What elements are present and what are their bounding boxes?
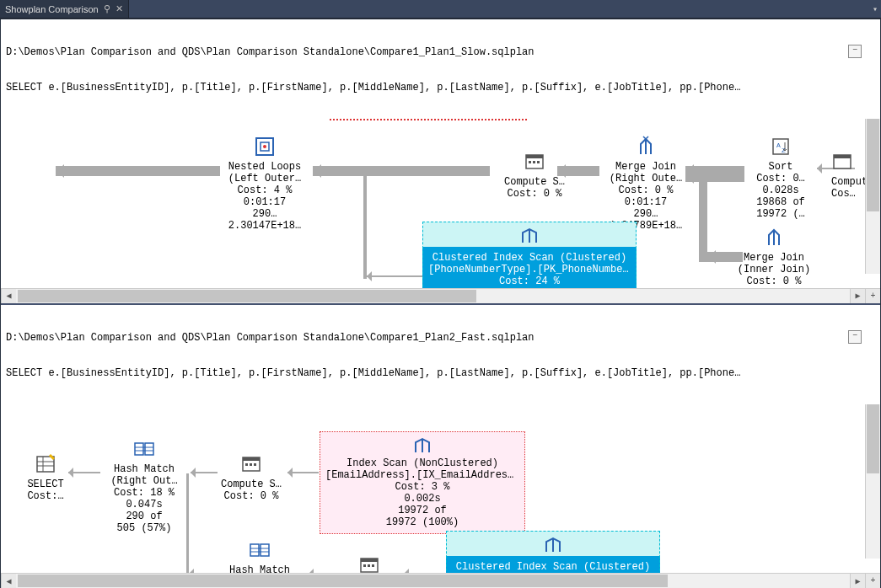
plan-query-text: SELECT e.[BusinessEntityID], p.[Title], … <box>6 367 875 379</box>
offscreen-node-peek <box>330 119 527 120</box>
svg-rect-3 <box>526 155 543 158</box>
plan-canvas-top[interactable]: Nested Loops (Left Outer… Cost: 4 % 0:01… <box>1 119 880 288</box>
plan-header-top: D:\Demos\Plan Comparison and QDS\Plan Co… <box>1 19 880 119</box>
scrollbar-thumb[interactable] <box>867 119 879 211</box>
zoom-add-button[interactable]: + <box>865 289 880 303</box>
operator-sublabel: (Inner Join) <box>728 264 820 275</box>
scroll-left-icon[interactable]: ◀ <box>1 574 16 588</box>
horizontal-scrollbar[interactable]: ◀ ▶ + <box>1 573 880 588</box>
operator-stat: 505 (57%) <box>98 522 191 534</box>
operator-stat: 0:01:17 <box>599 196 692 208</box>
operator-stat: 19972 of <box>325 505 519 516</box>
plan-canvas-bottom[interactable]: SELECT Cost:… Hash Match (Right Out… Cos… <box>1 404 880 574</box>
operator-label: Index Scan (NonClustered) <box>325 457 519 469</box>
select-icon <box>35 453 56 475</box>
operator-clustered-index-scan-body[interactable]: Clustered Index Scan (Clustered) [PhoneN… <box>446 556 660 574</box>
svg-rect-5 <box>533 161 535 163</box>
svg-rect-25 <box>250 544 259 556</box>
window-dropdown-icon[interactable]: ▾ <box>869 0 881 18</box>
scrollbar-thumb[interactable] <box>18 575 668 587</box>
connector-arrow <box>685 172 744 182</box>
operator-label: Clustered Index Scan (Clustered) <box>428 252 631 264</box>
sort-icon: AZ <box>770 136 792 158</box>
operator-label: Sort <box>743 161 819 173</box>
connector-arrow <box>56 166 220 176</box>
operator-stat: 0.047s <box>98 499 191 510</box>
operator-merge-join-inner[interactable]: Merge Join (Inner Join) Cost: 0 % 0:01:1… <box>728 227 820 288</box>
vertical-scrollbar[interactable] <box>865 404 880 559</box>
svg-rect-31 <box>363 564 366 567</box>
index-scan-icon <box>411 437 434 454</box>
tab-showplan-comparison[interactable]: Showplan Comparison ⚲ ✕ <box>0 0 129 18</box>
pin-icon[interactable]: ⚲ <box>104 3 110 14</box>
operator-stat: 0:01:17 <box>728 287 820 288</box>
operator-select[interactable]: SELECT Cost:… <box>16 453 75 502</box>
operator-clustered-index-scan-body[interactable]: Clustered Index Scan (Clustered) [PhoneN… <box>422 247 637 288</box>
operator-sublabel: (Left Outer… <box>218 173 311 184</box>
operator-label: SELECT <box>16 478 75 490</box>
scrollbar-thumb[interactable] <box>867 404 879 474</box>
compute-scalar-icon <box>831 151 853 173</box>
nested-loops-icon <box>254 136 276 158</box>
scroll-left-icon[interactable]: ◀ <box>1 289 16 303</box>
scroll-right-icon[interactable]: ▶ <box>850 574 865 588</box>
operator-stat: Cost: 0… <box>743 173 819 184</box>
svg-rect-24 <box>254 463 256 466</box>
connector-arrow <box>404 573 446 574</box>
scrollbar-thumb[interactable] <box>18 290 476 302</box>
svg-rect-26 <box>261 544 269 556</box>
operator-label: Merge Join <box>599 161 692 173</box>
operator-stat: Cost: 0 % <box>213 490 289 502</box>
connector-arrow <box>367 275 422 277</box>
svg-rect-23 <box>250 463 252 466</box>
operator-stat: 0:01:17 <box>218 196 311 208</box>
operator-sublabel: [PhoneNumberType].[PK_PhoneNumberTy… <box>428 264 631 275</box>
operator-hash-match[interactable]: Hash Match (Right Out… Cost: 0 % 0.034s … <box>213 539 306 574</box>
operator-label: Clustered Index Scan (Clustered) <box>452 561 654 573</box>
operator-sublabel: (Right Oute… <box>599 173 692 184</box>
svg-rect-32 <box>368 564 370 567</box>
operator-stat: Cost: 18 % <box>98 487 191 499</box>
operator-stat: Cost: 0 % <box>488 188 581 200</box>
operator-sublabel: [PhoneNumberType].[PK_PhoneNumberTy… <box>452 573 654 574</box>
operator-stat: 19868 of <box>743 196 819 208</box>
operator-nested-loops[interactable]: Nested Loops (Left Outer… Cost: 4 % 0:01… <box>218 136 311 232</box>
operator-stat: 0.005s <box>428 287 631 288</box>
vertical-scrollbar[interactable] <box>865 119 880 274</box>
operator-stat: 290… <box>218 208 311 220</box>
connector-arrow <box>287 472 319 473</box>
operator-stat: 290… <box>599 208 692 220</box>
operator-compute-scalar[interactable]: Compute S… Cost: 0 % <box>331 554 407 574</box>
svg-rect-17 <box>145 443 153 455</box>
operator-label: Nested Loops <box>218 161 311 173</box>
operator-label: Merge Join <box>728 252 820 264</box>
connector-arrow <box>313 166 490 176</box>
operator-label: Hash Match <box>98 463 191 475</box>
operator-stat: 0.002s <box>325 493 519 505</box>
svg-rect-12 <box>37 457 54 472</box>
operator-sort[interactable]: AZ Sort Cost: 0… 0.028s 19868 of 19972 (… <box>743 136 819 220</box>
plan-file-path: D:\Demos\Plan Comparison and QDS\Plan Co… <box>6 332 875 344</box>
compute-scalar-icon <box>358 554 380 574</box>
horizontal-scrollbar[interactable]: ◀ ▶ + <box>1 288 880 303</box>
operator-compute-scalar[interactable]: Compute S… Cost: 0 % <box>213 453 289 502</box>
connector-arrow <box>363 169 367 279</box>
operator-stat: 0.028s <box>743 184 819 196</box>
compute-scalar-icon <box>240 453 262 475</box>
collapse-button[interactable]: − <box>848 45 862 58</box>
operator-hash-match[interactable]: Hash Match (Right Out… Cost: 18 % 0.047s… <box>98 438 191 534</box>
collapse-button[interactable]: − <box>848 330 862 344</box>
scroll-right-icon[interactable]: ▶ <box>850 289 865 303</box>
svg-rect-22 <box>245 463 248 466</box>
svg-text:A: A <box>776 142 781 149</box>
operator-index-scan-highlighted[interactable]: Index Scan (NonClustered) [EmailAddress]… <box>320 431 525 534</box>
zoom-add-button[interactable]: + <box>865 574 880 588</box>
close-icon[interactable]: ✕ <box>115 3 123 14</box>
operator-compute-scalar[interactable]: Compute S… Cost: 0 % <box>488 151 581 200</box>
merge-join-icon <box>635 136 657 158</box>
plan-file-path: D:\Demos\Plan Comparison and QDS\Plan Co… <box>6 46 875 58</box>
operator-merge-join[interactable]: Merge Join (Right Oute… Cost: 0 % 0:01:1… <box>599 136 692 232</box>
operator-label: Compute S… <box>488 176 581 188</box>
operator-stat: 290 of <box>98 510 191 522</box>
operator-stat: 19972 (100%) <box>325 516 519 528</box>
